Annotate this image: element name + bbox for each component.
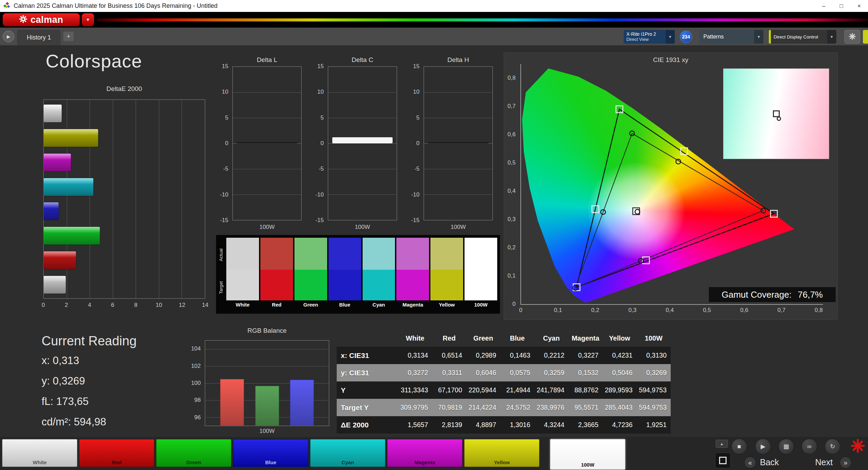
y-tick-label: -5 — [414, 166, 420, 172]
expand-up-button[interactable]: ▲ — [716, 440, 728, 448]
chevron-down-icon: ▼ — [754, 30, 763, 44]
patterns-dropdown[interactable]: Patterns ▼ — [699, 30, 763, 44]
next-button[interactable]: Next — [815, 457, 833, 467]
link-button[interactable]: ∞ — [802, 439, 817, 454]
table-cell: 220,5944 — [466, 381, 500, 399]
brand-name: calman — [30, 15, 63, 25]
delta-c-plot-area — [328, 66, 397, 220]
grid-line — [424, 194, 492, 195]
back-button[interactable]: Back — [760, 457, 779, 467]
table-cell: 1,5657 — [398, 416, 432, 434]
grid-line — [424, 143, 492, 144]
swatch-label: Green — [294, 300, 327, 309]
stop-button[interactable]: ■ — [731, 439, 747, 454]
deltae-bar-red — [44, 251, 76, 269]
next-button-icon[interactable]: » — [840, 457, 851, 468]
table-cell: 0,0575 — [500, 364, 534, 381]
save-button[interactable]: ▦ — [778, 439, 794, 454]
measured-point-marker — [635, 209, 640, 214]
x-tick-label: 12 — [179, 302, 185, 309]
x-tick-label: 6 — [111, 302, 114, 309]
rgb-bar-red — [220, 379, 244, 426]
y-tick-label: -15 — [411, 217, 420, 224]
delta-l-plot-area — [232, 66, 302, 220]
pattern-button-100w[interactable]: 100W — [550, 439, 625, 470]
color-swatch-panel: Actual Target WhiteRedGreenBlueCyanMagen… — [216, 235, 500, 314]
table-cell: 4,3244 — [534, 416, 568, 434]
minimize-button[interactable]: – — [815, 0, 833, 12]
maximize-button[interactable]: □ — [833, 0, 850, 12]
table-cell: 594,9753 — [637, 381, 671, 399]
y-tick-label: 0 — [416, 140, 420, 147]
table-cell: 214,4224 — [466, 399, 500, 416]
table-cell: 2,3665 — [568, 416, 603, 434]
gamut-coverage-value: 76,7% — [798, 289, 823, 300]
table-cell: 238,9976 — [534, 399, 568, 416]
reading-cdm2: cd/m²: 594,98 — [42, 416, 137, 428]
pattern-button-green[interactable]: Green — [156, 439, 231, 467]
transport-controls: ▲ ■▶▦∞↻ « Back Next » — [713, 437, 868, 470]
gamut-coverage-label: Gamut Coverage: — [722, 289, 792, 300]
y-tick-label: 100 — [191, 380, 201, 387]
settings-button[interactable] — [844, 30, 860, 44]
tab-history-1[interactable]: History 1 — [17, 30, 61, 45]
y-tick-label: 0,7 — [507, 103, 516, 110]
add-tab-button[interactable]: + — [63, 32, 74, 41]
swatch-label: Red — [260, 300, 293, 309]
refresh-button[interactable]: ↻ — [825, 439, 840, 454]
swatch-target-100w — [465, 270, 497, 300]
brand-menu-button[interactable]: ▼ — [82, 13, 94, 26]
window-pattern-button[interactable] — [715, 453, 731, 468]
grid-line — [233, 118, 301, 118]
pattern-button-red[interactable]: Red — [79, 439, 154, 467]
history-nav-button[interactable]: ▶ — [3, 31, 14, 42]
table-cell: 2,8139 — [432, 416, 466, 434]
table-cell: 311,3343 — [398, 381, 432, 399]
y-tick-label: 0,3 — [507, 216, 516, 223]
measurement-count-badge[interactable]: 234 — [680, 31, 692, 43]
table-row: Y311,334367,1700220,594421,4944241,78948… — [337, 381, 671, 399]
close-button[interactable]: × — [850, 0, 868, 12]
column-header-100w: 100W — [637, 330, 671, 347]
play-button[interactable]: ▶ — [755, 439, 771, 454]
cie-y-axis-line — [520, 64, 521, 305]
y-tick-label: -10 — [411, 191, 420, 198]
pattern-button-magenta[interactable]: Magenta — [387, 439, 462, 467]
delta-h-x-label: 100W — [424, 224, 493, 231]
delta-h-plot-area — [424, 66, 493, 220]
y-tick-label: 0 — [321, 140, 324, 147]
calman-logo[interactable]: calman — [3, 13, 80, 26]
y-tick-label: -15 — [315, 217, 324, 224]
pattern-button-label: White — [2, 459, 77, 465]
table-cell: 0,2989 — [466, 347, 500, 364]
swatch-column-yellow: Yellow — [430, 238, 463, 309]
swatch-label: White — [226, 300, 259, 309]
meter-dropdown[interactable]: X-Rite i1Pro 2 Direct View ▼ — [624, 30, 675, 44]
pattern-button-yellow[interactable]: Yellow — [464, 439, 539, 467]
deltae-bar-white — [44, 105, 62, 122]
pattern-button-white[interactable]: White — [2, 439, 77, 467]
display-control-dropdown[interactable]: Direct Display Control ▼ — [769, 30, 836, 44]
y-tick-label: 0,1 — [507, 272, 516, 279]
swatch-target-red — [260, 270, 293, 300]
reading-x: x: 0,313 — [42, 355, 137, 367]
x-tick-label: 0,6 — [740, 307, 748, 314]
swatch-label: Cyan — [363, 300, 395, 309]
swatch-actual-magenta — [396, 238, 429, 270]
table-cell: 594,9753 — [637, 399, 671, 416]
y-tick-label: -5 — [223, 166, 228, 172]
pattern-button-blue[interactable]: Blue — [233, 439, 308, 467]
pattern-button-cyan[interactable]: Cyan — [310, 439, 385, 467]
rgb-bar-green — [255, 386, 279, 426]
chevron-right-icon: » — [843, 459, 847, 467]
back-button-icon[interactable]: « — [744, 457, 756, 468]
swatch-target-blue — [329, 270, 361, 300]
meter-name: X-Rite i1Pro 2 — [626, 31, 656, 37]
swatch-actual-green — [294, 238, 327, 270]
swatch-actual-blue — [329, 238, 361, 270]
window-title: Calman 2025 Calman Ultimate for Business… — [14, 2, 217, 10]
grid-line — [328, 92, 397, 93]
swatch-column-blue: Blue — [329, 238, 361, 309]
y-tick-label: -5 — [319, 166, 324, 172]
column-header-magenta: Magenta — [568, 330, 603, 347]
